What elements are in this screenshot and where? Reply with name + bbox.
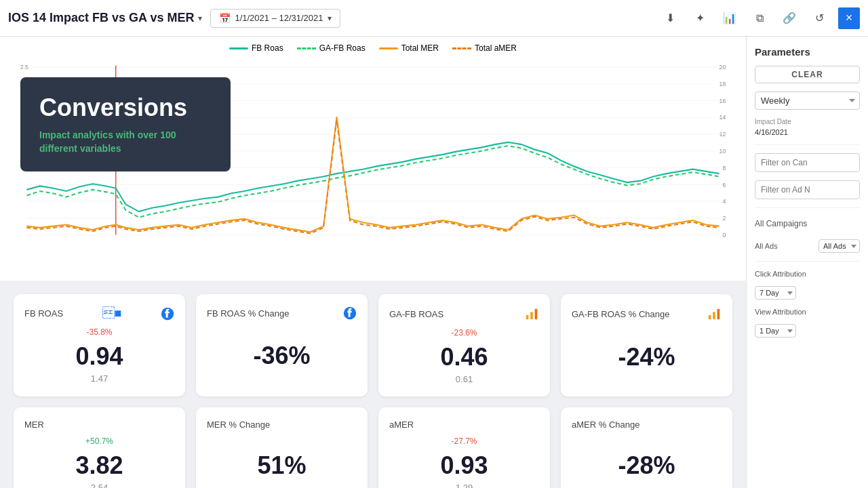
metric-value-fb-roas: 0.94	[75, 342, 123, 371]
metric-header-ga-fb-roas-change: GA-FB ROAS % Change	[572, 306, 722, 321]
date-dropdown-arrow: ▾	[328, 14, 332, 23]
legend-total-mer: Total MER	[379, 43, 439, 53]
copy-button[interactable]: ⧉	[749, 7, 770, 29]
metric-header-fb-roas: FB ROAS ■	[24, 306, 174, 321]
legend-total-amer-label: Total aMER	[475, 43, 517, 53]
legend-total-amer: Total aMER	[452, 43, 517, 53]
metric-title-fb-roas-change: FB ROAS % Change	[207, 308, 289, 319]
metric-change-amer: -27.7%	[451, 436, 477, 446]
metric-title-amer: aMER	[389, 420, 414, 430]
metric-card-amer: aMER -27.7% 0.93 1.29	[378, 407, 550, 488]
metric-title-ga-fb-roas-change: GA-FB ROAS % Change	[572, 309, 670, 319]
title-dropdown-arrow[interactable]: ▾	[198, 14, 202, 23]
metric-card-mer-change: MER % Change 51%	[196, 407, 368, 488]
download-button[interactable]: ⬇	[659, 7, 681, 29]
svg-rect-31	[713, 312, 715, 319]
fb-icon-2	[343, 306, 357, 320]
metric-header-ga-fb-roas: GA-FB ROAS	[389, 306, 539, 321]
metric-sub-fb-roas: 1.47	[91, 373, 108, 384]
click-attribution-select[interactable]: 7 Day 1 Day 28 Day	[755, 286, 796, 300]
metrics-grid: FB ROAS ■ -35.8% 0.94 1.47 FB ROAS % Ch…	[0, 281, 746, 488]
legend-ga-fb-roas-label: GA-FB Roas	[319, 43, 366, 53]
chart-button[interactable]: 📊	[719, 7, 741, 29]
svg-text:0: 0	[722, 231, 726, 238]
metric-change-mer-change	[281, 436, 283, 446]
legend-ga-fb-roas: GA-FB Roas	[297, 43, 366, 53]
click-attribution-row: Click Attribution	[755, 270, 860, 278]
metric-value-mer-change: 51%	[257, 451, 306, 480]
metric-change-ga-fb-roas-change	[646, 328, 648, 338]
metric-card-fb-roas: FB ROAS ■ -35.8% 0.94 1.47	[14, 294, 185, 396]
svg-text:10: 10	[719, 148, 726, 155]
metric-title-mer: MER	[24, 420, 44, 430]
svg-text:14: 14	[719, 114, 726, 121]
main-layout: Conversions Impact analytics with over 1…	[0, 37, 868, 488]
metric-value-ga-fb-roas-change: -24%	[618, 343, 675, 371]
impact-date-section: Impact Date 4/16/2021	[755, 118, 860, 136]
title-area: IOS 14 Impact FB vs GA vs MER ▾	[8, 11, 202, 25]
metric-title-amer-change: aMER % Change	[572, 420, 639, 430]
metric-title-fb-roas: FB ROAS	[24, 308, 63, 319]
sparkle-button[interactable]: ✦	[689, 7, 711, 29]
date-range-button[interactable]: 📅 1/1/2021 – 12/31/2021 ▾	[210, 9, 340, 28]
calendar-icon: 📅	[219, 13, 231, 24]
metric-card-amer-change: aMER % Change -28%	[561, 407, 732, 488]
svg-text:6: 6	[722, 181, 726, 188]
content-area: Conversions Impact analytics with over 1…	[0, 37, 746, 488]
metric-title-ga-fb-roas: GA-FB ROAS	[389, 309, 443, 319]
clear-button[interactable]: CLEAR	[755, 66, 860, 83]
svg-rect-27	[526, 315, 529, 319]
all-ads-select[interactable]: All Ads	[818, 239, 860, 253]
click-attribution-value-row: 7 Day 1 Day 28 Day	[755, 286, 860, 300]
metric-sub-amer: 1.29	[456, 483, 473, 488]
view-attribution-label: View Attribution	[755, 308, 806, 316]
metric-card-fb-roas-change: FB ROAS % Change -36%	[196, 294, 368, 396]
hero-subtitle: Impact analytics with over 100 different…	[39, 129, 212, 155]
ga-icon-2	[707, 306, 722, 321]
view-attribution-select[interactable]: 1 Day 7 Day 28 Day	[755, 324, 796, 338]
svg-text:2: 2	[722, 215, 726, 222]
metric-header-fb-roas-change: FB ROAS % Change	[207, 306, 357, 320]
metric-header-amer: aMER	[389, 420, 539, 430]
metric-header-mer: MER	[24, 420, 174, 430]
ga-icon-1	[524, 306, 539, 321]
divider-2	[755, 207, 860, 208]
svg-text:12: 12	[719, 131, 726, 138]
filter-campaign-input[interactable]	[755, 153, 860, 172]
fb-icon-1	[161, 307, 174, 321]
view-attribution-value-row: 1 Day 7 Day 28 Day	[755, 324, 860, 338]
metric-sub-amer-change	[646, 483, 648, 488]
divider-1	[755, 144, 860, 145]
svg-rect-30	[709, 315, 711, 319]
metric-header-mer-change: MER % Change	[207, 420, 357, 430]
close-button[interactable]: ×	[838, 7, 860, 29]
refresh-button[interactable]: ↺	[808, 7, 830, 29]
frequency-select[interactable]: Weekly Daily Monthly	[755, 92, 860, 110]
link-button[interactable]: 🔗	[778, 7, 800, 29]
metric-change-ga-fb-roas: -23.6%	[451, 328, 477, 338]
metric-sub-mer-change	[281, 483, 283, 488]
svg-text:4: 4	[722, 198, 726, 205]
legend-total-mer-label: Total MER	[401, 43, 439, 53]
metric-value-amer-change: -28%	[618, 451, 675, 480]
header: IOS 14 Impact FB vs GA vs MER ▾ 📅 1/1/20…	[0, 0, 868, 37]
svg-rect-32	[717, 309, 720, 320]
metric-sub-fb-roas-change	[281, 373, 283, 383]
chart-section: Conversions Impact analytics with over 1…	[0, 37, 746, 281]
metric-sub-mer: 2.54	[91, 483, 108, 488]
metric-value-mer: 3.82	[75, 451, 123, 480]
date-range-label: 1/1/2021 – 12/31/2021	[235, 13, 323, 23]
svg-rect-28	[530, 312, 533, 319]
metric-card-ga-fb-roas: GA-FB ROAS -23.6% 0.46 0.61	[378, 294, 550, 396]
metric-card-ga-fb-roas-change: GA-FB ROAS % Change -24%	[561, 294, 732, 396]
metric-change-fb-roas-change	[281, 327, 283, 336]
svg-text:8: 8	[722, 164, 726, 171]
hero-title: Conversions	[39, 94, 212, 122]
all-campaigns-label: All Campaigns	[755, 216, 860, 231]
filter-ad-input[interactable]	[755, 180, 860, 199]
click-attribution-label: Click Attribution	[755, 270, 806, 278]
metric-title-mer-change: MER % Change	[207, 420, 270, 430]
svg-text:16: 16	[719, 97, 726, 104]
impact-date-label: Impact Date	[755, 118, 860, 125]
frequency-select-wrapper: Weekly Daily Monthly	[755, 92, 860, 110]
